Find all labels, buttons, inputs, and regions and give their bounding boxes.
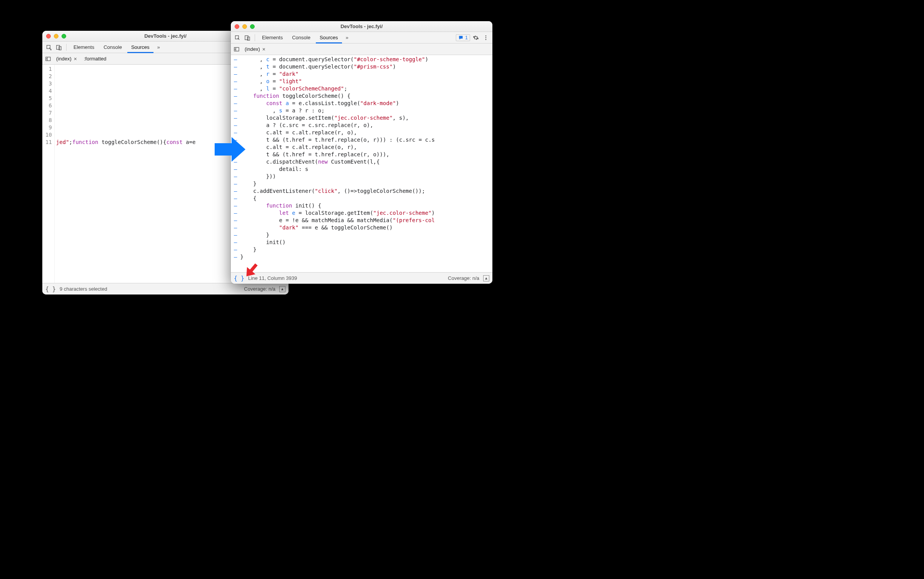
traffic-lights [235,24,255,29]
pretty-print-icon[interactable]: { } [45,286,56,293]
close-tab-icon[interactable]: × [262,46,265,52]
settings-icon[interactable] [472,33,480,42]
maximize-icon[interactable] [62,34,66,38]
file-tab-label: (index) [245,46,260,52]
tab-sources[interactable]: Sources [127,42,153,53]
navigator-toggle-icon[interactable] [44,55,52,63]
statusbar: { } Line 11, Column 3939 Coverage: n/a ▲ [231,272,492,284]
code-editor[interactable]: –––––––––––––––––––––––––––– , c = docum… [231,55,492,272]
svg-point-7 [485,35,487,37]
status-coverage: Coverage: n/a [448,275,479,281]
issues-badge[interactable]: 1 [456,34,470,41]
line-gutter: 1234567891011 [42,65,55,283]
minimize-icon[interactable] [242,24,247,29]
code-content[interactable]: , c = document.querySelector("#color-sch… [239,55,492,272]
statusbar: { } 9 characters selected Coverage: n/a … [42,283,289,295]
minimize-icon[interactable] [54,34,58,38]
issues-count: 1 [465,35,468,40]
file-tab-index[interactable]: (index) × [242,44,269,55]
svg-marker-12 [243,263,259,279]
svg-point-9 [485,39,487,40]
close-icon[interactable] [235,24,239,29]
tab-elements[interactable]: Elements [70,42,98,53]
devtools-window-right: DevTools - jec.fyi/ Elements Console Sou… [231,21,492,284]
inspect-icon[interactable] [233,33,242,42]
traffic-lights [46,34,66,38]
tab-console[interactable]: Console [100,42,126,53]
more-tabs-icon[interactable]: » [344,35,351,40]
show-coverage-icon[interactable]: ▲ [279,286,285,292]
status-selection: 9 characters selected [60,286,107,292]
window-title: DevTools - jec.fyi/ [231,23,492,29]
maximize-icon[interactable] [250,24,255,29]
navigator-toggle-icon[interactable] [232,45,241,54]
tab-elements[interactable]: Elements [258,32,287,44]
close-tab-icon[interactable]: × [74,56,77,62]
status-coverage: Coverage: n/a [244,286,275,292]
file-tabbar: (index) × [231,44,492,55]
main-toolbar: Elements Console Sources » 1 [231,32,492,44]
kebab-menu-icon[interactable] [482,33,490,42]
file-tab-label: :formatted [84,56,107,62]
separator [66,44,67,51]
file-tab-label: (index) [56,56,72,62]
file-tab-formatted[interactable]: :formatted [81,54,110,64]
tab-sources[interactable]: Sources [316,32,342,44]
inspect-icon[interactable] [45,43,53,52]
device-toolbar-icon[interactable] [55,43,63,52]
show-coverage-icon[interactable]: ▲ [483,275,489,281]
device-toolbar-icon[interactable] [243,33,252,42]
annotation-arrow-red [243,263,259,279]
titlebar[interactable]: DevTools - jec.fyi/ [231,21,492,32]
svg-rect-1 [57,45,60,49]
close-icon[interactable] [46,34,51,38]
svg-marker-11 [215,137,245,162]
more-tabs-icon[interactable]: » [155,44,162,50]
tab-console[interactable]: Console [288,32,314,44]
separator [255,34,255,41]
annotation-arrow-blue [215,137,245,164]
svg-point-8 [485,37,487,38]
svg-rect-5 [245,35,248,40]
file-tab-index[interactable]: (index) × [53,54,80,64]
